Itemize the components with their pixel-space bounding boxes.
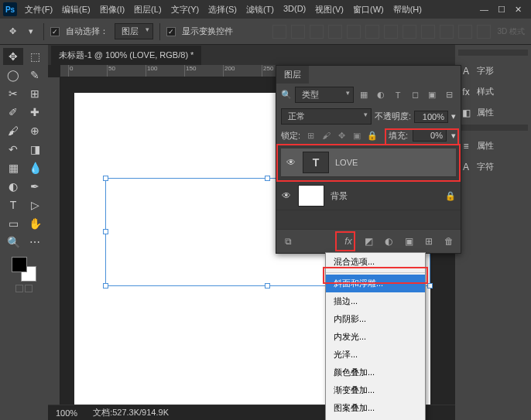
fx-menu-item[interactable]: 内阴影... xyxy=(326,310,425,328)
shape-tool[interactable]: ▭ xyxy=(3,215,23,232)
panel-properties-2[interactable]: ≡属性 xyxy=(458,137,528,155)
filter-shape-icon[interactable]: ◻ xyxy=(408,88,422,102)
layer-name[interactable]: LOVE xyxy=(335,158,358,167)
delete-layer-icon[interactable]: 🗑 xyxy=(442,234,456,248)
layer-name[interactable]: 背景 xyxy=(331,190,348,202)
opacity-field[interactable]: 100% xyxy=(414,111,448,123)
align-icon[interactable] xyxy=(365,25,379,39)
zoom-tool[interactable]: 🔍 xyxy=(3,234,23,251)
menu-type[interactable]: 文字(Y) xyxy=(168,2,203,18)
marquee-tool[interactable]: ⬚ xyxy=(25,48,45,65)
fill-field[interactable]: 0% xyxy=(413,129,447,142)
fx-menu-item[interactable]: 内发光... xyxy=(326,328,425,346)
maximize-icon[interactable]: ☐ xyxy=(498,5,505,15)
fx-menu-item[interactable]: 颜色叠加... xyxy=(326,364,425,381)
align-icon[interactable] xyxy=(403,25,416,39)
auto-select-checkbox[interactable]: ✓ xyxy=(50,27,60,36)
align-icon[interactable] xyxy=(328,25,342,39)
minimize-icon[interactable]: — xyxy=(480,5,488,15)
panel-glyphs[interactable]: A字形 xyxy=(458,62,528,80)
edit-toolbar[interactable]: ⋯ xyxy=(25,234,45,251)
blend-mode-dropdown[interactable]: 正常 xyxy=(281,108,372,125)
align-icon[interactable] xyxy=(477,25,491,39)
history-brush-tool[interactable]: ↶ xyxy=(3,141,23,158)
layer-row[interactable]: 👁 T LOVE xyxy=(281,149,456,177)
layer-thumbnail[interactable] xyxy=(298,185,324,207)
layers-tab[interactable]: 图层 xyxy=(276,66,309,84)
move-tool[interactable]: ✥ xyxy=(3,48,23,65)
adjustment-layer-icon[interactable]: ◐ xyxy=(382,234,396,248)
hand-tool[interactable]: ✋ xyxy=(25,215,45,232)
align-icon[interactable] xyxy=(291,25,305,39)
layer-row[interactable]: 👁 背景 🔒 xyxy=(276,182,461,210)
fx-menu-item[interactable]: 混合选项... xyxy=(326,253,425,271)
dodge-tool[interactable]: ◐ xyxy=(3,178,23,195)
menu-window[interactable]: 窗口(W) xyxy=(350,2,387,18)
stamp-tool[interactable]: ⊕ xyxy=(25,122,45,139)
fx-menu-item[interactable]: 光泽... xyxy=(326,346,425,364)
heal-tool[interactable]: ✚ xyxy=(25,104,45,121)
filter-pixel-icon[interactable]: ▦ xyxy=(357,88,371,102)
menu-layer[interactable]: 图层(L) xyxy=(131,2,164,18)
document-tab[interactable]: 未标题-1 @ 100% (LOVE, RGB/8) * xyxy=(51,45,201,65)
menu-help[interactable]: 帮助(H) xyxy=(390,2,425,18)
filter-type-icon[interactable]: T xyxy=(391,88,405,102)
mask-icon[interactable]: ◩ xyxy=(361,234,375,248)
transform-handle[interactable] xyxy=(103,283,108,289)
fx-menu-item[interactable]: 渐变叠加... xyxy=(326,381,425,399)
dropdown-icon[interactable]: ▾ xyxy=(25,26,37,38)
align-icon[interactable] xyxy=(458,25,472,39)
panel-styles[interactable]: fx样式 xyxy=(458,83,528,101)
transform-handle[interactable] xyxy=(265,283,270,289)
filter-type-dropdown[interactable]: 类型 xyxy=(295,87,354,103)
menu-view[interactable]: 视图(V) xyxy=(312,2,347,18)
zoom-level[interactable]: 100% xyxy=(56,408,77,418)
path-select-tool[interactable]: ▷ xyxy=(25,196,45,213)
lasso-tool[interactable]: ◯ xyxy=(3,67,23,84)
color-swatch[interactable] xyxy=(12,257,36,282)
quick-mask-icon[interactable] xyxy=(15,285,23,292)
opacity-dropdown-icon[interactable]: ▾ xyxy=(451,111,456,121)
panel-character[interactable]: A字符 xyxy=(458,158,528,176)
quick-select-tool[interactable]: ✎ xyxy=(25,67,45,84)
lock-position-icon[interactable]: ✥ xyxy=(336,130,347,141)
crop-tool[interactable]: ✂ xyxy=(3,85,23,102)
filter-adjustment-icon[interactable]: ◐ xyxy=(374,88,388,102)
blur-tool[interactable]: 💧 xyxy=(25,159,45,176)
align-icon[interactable] xyxy=(440,25,454,39)
fx-icon[interactable]: fx xyxy=(341,234,355,248)
lock-pixels-icon[interactable]: 🖌 xyxy=(320,130,331,141)
menu-select[interactable]: 选择(S) xyxy=(205,2,240,18)
menu-filter[interactable]: 滤镜(T) xyxy=(243,2,277,18)
filter-smart-icon[interactable]: ▣ xyxy=(425,88,439,102)
transform-handle[interactable] xyxy=(427,283,433,289)
fill-dropdown-icon[interactable]: ▾ xyxy=(451,131,456,141)
eraser-tool[interactable]: ◨ xyxy=(25,141,45,158)
screen-mode-icon[interactable] xyxy=(25,285,33,292)
align-icon[interactable] xyxy=(421,25,435,39)
transform-handle[interactable] xyxy=(265,176,270,181)
layer-thumbnail[interactable]: T xyxy=(303,152,329,173)
group-icon[interactable]: ▣ xyxy=(402,234,416,248)
new-layer-icon[interactable]: ⊞ xyxy=(422,234,436,248)
link-layers-icon[interactable]: ⧉ xyxy=(281,234,295,248)
show-transform-checkbox[interactable]: ✓ xyxy=(166,27,176,36)
lock-artboard-icon[interactable]: ▣ xyxy=(351,130,362,141)
filter-toggle-icon[interactable]: ⊟ xyxy=(442,88,456,102)
eyedropper-tool[interactable]: ✐ xyxy=(3,104,23,121)
fx-menu-item[interactable]: 外发光... xyxy=(326,417,425,420)
menu-edit[interactable]: 编辑(E) xyxy=(59,2,94,18)
menu-3d[interactable]: 3D(D) xyxy=(280,2,309,18)
menu-file[interactable]: 文件(F) xyxy=(22,2,56,18)
panel-properties[interactable]: ◧属性 xyxy=(458,104,528,121)
lock-all-icon[interactable]: 🔒 xyxy=(367,130,378,141)
visibility-icon[interactable]: 👁 xyxy=(281,190,292,201)
auto-select-target[interactable]: 图层 xyxy=(115,23,153,39)
align-icon[interactable] xyxy=(347,25,361,39)
type-tool[interactable]: T xyxy=(3,196,23,213)
visibility-icon[interactable]: 👁 xyxy=(286,157,296,168)
lock-transparency-icon[interactable]: ⊞ xyxy=(305,130,316,141)
align-icon[interactable] xyxy=(272,25,286,39)
gradient-tool[interactable]: ▦ xyxy=(3,159,23,176)
align-icon[interactable] xyxy=(384,25,398,39)
